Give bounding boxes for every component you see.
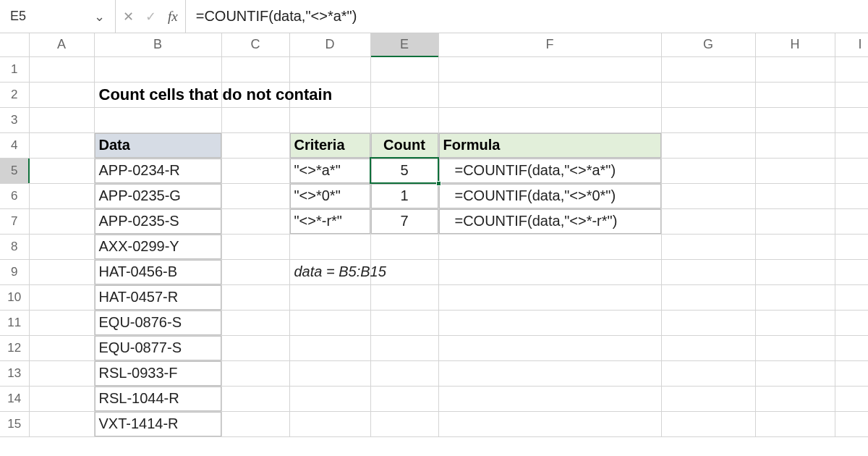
- cell[interactable]: [29, 234, 94, 259]
- cell[interactable]: [755, 335, 835, 360]
- data-cell[interactable]: RSL-1044-R: [94, 386, 221, 411]
- criteria-cell[interactable]: "<>*0*": [289, 183, 370, 208]
- cell[interactable]: [289, 386, 370, 411]
- col-header-G[interactable]: G: [661, 33, 755, 56]
- cell[interactable]: [29, 360, 94, 386]
- row-header[interactable]: 1: [0, 56, 29, 82]
- col-header-I[interactable]: I: [835, 33, 868, 56]
- cell[interactable]: [661, 158, 755, 183]
- data-cell[interactable]: HAT-0457-R: [94, 284, 221, 310]
- note-cell[interactable]: data = B5:B15: [289, 259, 370, 284]
- cell[interactable]: [661, 310, 755, 335]
- cell[interactable]: [755, 82, 835, 107]
- cell[interactable]: [370, 310, 438, 335]
- row-header[interactable]: 7: [0, 208, 29, 234]
- cell[interactable]: [755, 158, 835, 183]
- cell[interactable]: [835, 82, 868, 107]
- data-cell[interactable]: RSL-0933-F: [94, 360, 221, 386]
- cell[interactable]: [221, 158, 289, 183]
- cell[interactable]: [29, 56, 94, 82]
- confirm-icon[interactable]: ✓: [145, 9, 156, 25]
- cell[interactable]: [289, 107, 370, 132]
- cell[interactable]: [221, 234, 289, 259]
- cell[interactable]: [370, 360, 438, 386]
- worksheet[interactable]: A B C D E F G H I 1 2 Count cells that d…: [0, 33, 868, 437]
- cell[interactable]: [755, 208, 835, 234]
- criteria-cell[interactable]: "<>*a*": [289, 158, 370, 183]
- cell[interactable]: [835, 208, 868, 234]
- criteria-cell[interactable]: "<>*-r*": [289, 208, 370, 234]
- data-cell[interactable]: APP-0235-G: [94, 183, 221, 208]
- row-header[interactable]: 8: [0, 234, 29, 259]
- cell[interactable]: [221, 386, 289, 411]
- cell[interactable]: [29, 284, 94, 310]
- cell[interactable]: [661, 335, 755, 360]
- cell[interactable]: [221, 259, 289, 284]
- cell[interactable]: [755, 360, 835, 386]
- cell[interactable]: [661, 132, 755, 158]
- cell[interactable]: [661, 208, 755, 234]
- cell[interactable]: [661, 259, 755, 284]
- cell[interactable]: [221, 360, 289, 386]
- cell[interactable]: [835, 107, 868, 132]
- row-header[interactable]: 5: [0, 158, 29, 183]
- cell[interactable]: [29, 82, 94, 107]
- cell[interactable]: [289, 82, 370, 107]
- cell[interactable]: [221, 335, 289, 360]
- data-cell[interactable]: EQU-0876-S: [94, 310, 221, 335]
- cell[interactable]: [289, 284, 370, 310]
- fx-icon[interactable]: fx: [168, 9, 178, 25]
- col-header-D[interactable]: D: [289, 33, 370, 56]
- data-cell[interactable]: AXX-0299-Y: [94, 234, 221, 259]
- data-cell[interactable]: HAT-0456-B: [94, 259, 221, 284]
- cell[interactable]: [755, 234, 835, 259]
- cell[interactable]: [438, 335, 661, 360]
- row-header[interactable]: 2: [0, 82, 29, 107]
- data-header-cell[interactable]: Data: [94, 132, 221, 158]
- cell[interactable]: [835, 183, 868, 208]
- chevron-down-icon[interactable]: ⌄: [90, 9, 109, 25]
- cell[interactable]: [438, 259, 661, 284]
- cell[interactable]: [29, 183, 94, 208]
- cell[interactable]: [438, 310, 661, 335]
- cell[interactable]: [370, 411, 438, 436]
- row-header[interactable]: 11: [0, 310, 29, 335]
- count-cell-selected[interactable]: 5: [370, 158, 438, 183]
- title-cell[interactable]: Count cells that do not contain: [94, 82, 221, 107]
- count-header-cell[interactable]: Count: [370, 132, 438, 158]
- cell[interactable]: [661, 56, 755, 82]
- cell[interactable]: [289, 360, 370, 386]
- cell[interactable]: [94, 56, 221, 82]
- cell[interactable]: [755, 107, 835, 132]
- cell[interactable]: [289, 310, 370, 335]
- select-all-corner[interactable]: [0, 33, 29, 56]
- row-header[interactable]: 12: [0, 335, 29, 360]
- cell[interactable]: [438, 360, 661, 386]
- cell[interactable]: [661, 82, 755, 107]
- formula-cell[interactable]: =COUNTIF(data,"<>*a*"): [438, 158, 661, 183]
- cell[interactable]: [370, 259, 438, 284]
- cell[interactable]: [438, 386, 661, 411]
- data-cell[interactable]: EQU-0877-S: [94, 335, 221, 360]
- cell[interactable]: [289, 234, 370, 259]
- formula-bar-input[interactable]: =COUNTIF(data,"<>*a*"): [186, 8, 868, 25]
- col-header-C[interactable]: C: [221, 33, 289, 56]
- row-header[interactable]: 9: [0, 259, 29, 284]
- cell[interactable]: [29, 310, 94, 335]
- cell[interactable]: [370, 386, 438, 411]
- cell[interactable]: [370, 234, 438, 259]
- row-header[interactable]: 15: [0, 411, 29, 436]
- cell[interactable]: [755, 259, 835, 284]
- count-cell[interactable]: 7: [370, 208, 438, 234]
- cell[interactable]: [221, 411, 289, 436]
- cell[interactable]: [661, 411, 755, 436]
- cell[interactable]: [370, 107, 438, 132]
- cell[interactable]: [370, 284, 438, 310]
- cell[interactable]: [835, 335, 868, 360]
- cell[interactable]: [289, 56, 370, 82]
- cell[interactable]: [835, 234, 868, 259]
- cell[interactable]: [29, 386, 94, 411]
- cell[interactable]: [94, 107, 221, 132]
- cell[interactable]: [835, 284, 868, 310]
- cell[interactable]: [289, 335, 370, 360]
